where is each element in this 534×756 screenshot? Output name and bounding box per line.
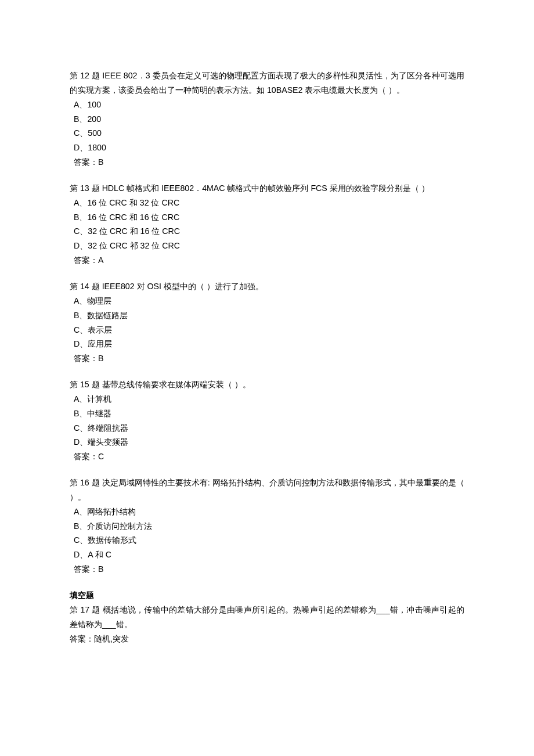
question-option: D、应用层 <box>70 337 464 351</box>
question-number: 第 12 题 <box>70 71 100 80</box>
question-option: D、32 位 CRC 祁 32 位 CRC <box>70 239 464 253</box>
question-stem: 第 12 题 IEEE 802．3 委员会在定义可选的物理配置方面表现了极大的多… <box>70 69 464 98</box>
question-12: 第 12 题 IEEE 802．3 委员会在定义可选的物理配置方面表现了极大的多… <box>70 69 464 170</box>
question-option: B、中继器 <box>70 406 464 421</box>
question-option: A、100 <box>70 98 464 112</box>
question-stem: 第 16 题 决定局域网特性的主要技术有: 网络拓扑结构、介质访问控制方法和数据… <box>70 476 464 505</box>
question-text: 决定局域网特性的主要技术有: 网络拓扑结构、介质访问控制方法和数据传输形式，其中… <box>70 478 464 502</box>
question-option: A、网络拓扑结构 <box>70 505 464 519</box>
question-number: 第 16 题 <box>70 478 100 487</box>
question-option: A、计算机 <box>70 392 464 406</box>
question-number: 第 17 题 <box>70 605 100 614</box>
question-text: IEEE 802．3 委员会在定义可选的物理配置方面表现了极大的多样性和灵活性，… <box>70 71 464 95</box>
question-option: D、A 和 C <box>70 548 464 562</box>
question-number: 第 14 题 <box>70 282 100 291</box>
question-text: 基带总线传输要求在媒体两端安装（ ）。 <box>102 380 251 389</box>
document-page: 第 12 题 IEEE 802．3 委员会在定义可选的物理配置方面表现了极大的多… <box>0 0 534 756</box>
question-option: D、1800 <box>70 141 464 155</box>
question-stem: 第 14 题 IEEE802 对 OSI 模型中的（ ）进行了加强。 <box>70 279 464 294</box>
question-option: A、16 位 CRC 和 32 位 CRC <box>70 196 464 210</box>
question-answer: 答案：B <box>70 351 464 366</box>
question-text: 概括地说，传输中的差错大部分是由噪声所引起的。热噪声引起的差错称为___错，冲击… <box>70 605 464 629</box>
question-number: 第 15 题 <box>70 380 100 389</box>
question-answer: 答案：C <box>70 449 464 464</box>
question-option: C、500 <box>70 126 464 141</box>
question-option: C、终端阻抗器 <box>70 421 464 435</box>
question-stem: 第 13 题 HDLC 帧格式和 IEEE802．4MAC 帧格式中的帧效验序列… <box>70 181 464 196</box>
question-option: A、物理层 <box>70 294 464 308</box>
question-number: 第 13 题 <box>70 183 100 193</box>
section-heading: 填空题 <box>70 588 464 603</box>
question-answer: 答案：B <box>70 155 464 170</box>
question-option: C、表示层 <box>70 323 464 337</box>
question-text: IEEE802 对 OSI 模型中的（ ）进行了加强。 <box>102 282 264 291</box>
question-14: 第 14 题 IEEE802 对 OSI 模型中的（ ）进行了加强。 A、物理层… <box>70 279 464 366</box>
question-15: 第 15 题 基带总线传输要求在媒体两端安装（ ）。 A、计算机 B、中继器 C… <box>70 377 464 464</box>
question-17: 第 17 题 概括地说，传输中的差错大部分是由噪声所引起的。热噪声引起的差错称为… <box>70 603 464 646</box>
question-option: B、数据链路层 <box>70 308 464 323</box>
question-stem: 第 15 题 基带总线传输要求在媒体两端安装（ ）。 <box>70 377 464 392</box>
question-text: HDLC 帧格式和 IEEE802．4MAC 帧格式中的帧效验序列 FCS 采用… <box>102 183 430 193</box>
question-option: D、端头变频器 <box>70 435 464 449</box>
question-stem: 第 17 题 概括地说，传输中的差错大部分是由噪声所引起的。热噪声引起的差错称为… <box>70 603 464 632</box>
question-answer: 答案：随机,突发 <box>70 632 464 646</box>
question-answer: 答案：A <box>70 253 464 268</box>
question-option: B、16 位 CRC 和 16 位 CRC <box>70 210 464 225</box>
question-answer: 答案：B <box>70 562 464 577</box>
question-option: B、介质访问控制方法 <box>70 519 464 534</box>
question-option: C、数据传输形式 <box>70 533 464 548</box>
question-option: C、32 位 CRC 和 16 位 CRC <box>70 224 464 239</box>
question-13: 第 13 题 HDLC 帧格式和 IEEE802．4MAC 帧格式中的帧效验序列… <box>70 181 464 268</box>
question-16: 第 16 题 决定局域网特性的主要技术有: 网络拓扑结构、介质访问控制方法和数据… <box>70 476 464 577</box>
question-option: B、200 <box>70 112 464 127</box>
